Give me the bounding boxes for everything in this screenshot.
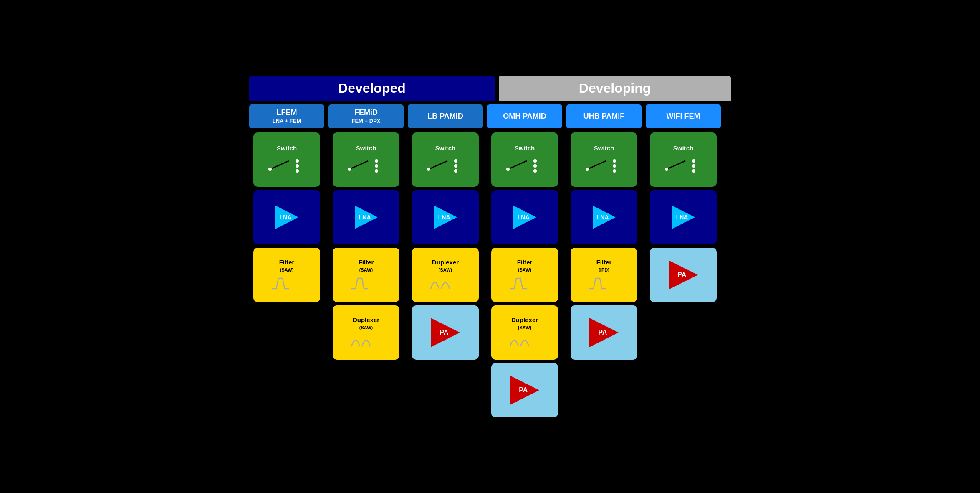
diagram: Developed Developing LFEM LNA + FEM FEMi…	[245, 71, 735, 421]
col-header-femid: FEMiD FEM + DPX	[328, 104, 404, 128]
femid-subtitle: FEM + DPX	[352, 118, 381, 125]
switch-label-wififem: Switch	[673, 145, 693, 152]
duplexer-block-lbpamid: Duplexer (SAW)	[412, 248, 479, 302]
wififem-title: WiFi FEM	[667, 112, 700, 121]
filter-sublabel-omhpamid: (SAW)	[518, 267, 531, 272]
lbpamid-title: LB PAMiD	[427, 112, 463, 121]
lna-label-lfem: LNA	[280, 214, 292, 221]
filter-block-uhbpamif: Filter (IPD)	[571, 248, 637, 302]
lna-label-uhbpamif: LNA	[597, 214, 609, 221]
duplexer-shape-femid	[349, 332, 383, 348]
svg-point-24	[613, 169, 616, 173]
lna-block-lfem: LNA	[253, 190, 320, 244]
lna-label-lbpamid: LNA	[438, 214, 450, 221]
switch-label-lbpamid: Switch	[435, 145, 455, 152]
duplexer-sublabel-lbpamid: (SAW)	[439, 267, 452, 272]
svg-point-11	[427, 168, 430, 171]
svg-line-20	[587, 161, 606, 169]
col-header-omhpamid: OMH PAMiD	[487, 104, 562, 128]
svg-point-21	[586, 168, 589, 171]
col-header-row: LFEM LNA + FEM FEMiD FEM + DPX LB PAMiD …	[249, 104, 731, 128]
duplexer-sublabel-omhpamid: (SAW)	[518, 325, 531, 330]
switch-label-femid: Switch	[356, 145, 376, 152]
switch-icon-uhbpamif	[583, 153, 625, 174]
svg-point-2	[296, 159, 299, 163]
duplexer-label-femid: Duplexer	[353, 316, 379, 323]
switch-block-lbpamid: Switch	[412, 132, 479, 187]
pa-label-omhpamid: PA	[519, 386, 528, 394]
svg-point-29	[692, 169, 695, 173]
filter-label-femid: Filter	[359, 259, 374, 266]
filter-sublabel-lfem: (SAW)	[280, 267, 293, 272]
duplexer-label-lbpamid: Duplexer	[432, 259, 459, 266]
lna-block-femid: LNA	[333, 190, 399, 244]
pa-block-lbpamid: PA	[412, 305, 479, 360]
svg-point-19	[533, 169, 537, 173]
lna-label-omhpamid: LNA	[518, 214, 530, 221]
svg-line-25	[667, 161, 685, 169]
pa-block-uhbpamif: PA	[571, 305, 637, 360]
svg-line-10	[429, 161, 447, 169]
filter-label-omhpamid: Filter	[517, 259, 533, 266]
developing-header: Developing	[499, 76, 731, 101]
svg-point-16	[506, 168, 510, 171]
pa-block-omhpamid: PA	[491, 363, 558, 417]
pa-block-wififem: PA	[650, 248, 717, 302]
lna-block-lbpamid: LNA	[412, 190, 479, 244]
filter-shape-lfem	[270, 274, 303, 291]
switch-icon-lbpamid	[424, 153, 466, 174]
developed-label: Developed	[338, 81, 406, 96]
svg-line-15	[508, 161, 527, 169]
filter-shape-omhpamid	[508, 274, 541, 291]
col-header-lfem: LFEM LNA + FEM	[249, 104, 324, 128]
duplexer-label-omhpamid: Duplexer	[511, 316, 538, 323]
svg-point-14	[454, 169, 457, 173]
filter-block-femid: Filter (SAW)	[333, 248, 399, 302]
switch-block-uhbpamif: Switch	[571, 132, 637, 187]
omhpamid-title: OMH PAMiD	[503, 112, 546, 121]
switch-block-wififem: Switch	[650, 132, 717, 187]
filter-shape-femid	[349, 274, 383, 291]
svg-line-5	[349, 161, 368, 169]
svg-point-3	[296, 164, 299, 168]
duplexer-shape-omhpamid	[508, 332, 541, 348]
lfem-subtitle: LNA + FEM	[273, 118, 301, 125]
filter-label-lfem: Filter	[279, 259, 295, 266]
switch-label-uhbpamif: Switch	[594, 145, 614, 152]
col-header-wififem: WiFi FEM	[646, 104, 721, 128]
duplexer-block-femid: Duplexer (SAW)	[333, 305, 399, 360]
switch-block-femid: Switch	[333, 132, 399, 187]
svg-point-22	[613, 159, 616, 163]
svg-line-0	[270, 161, 289, 169]
filter-sublabel-uhbpamif: (IPD)	[599, 267, 609, 272]
header-row: Developed Developing	[249, 76, 731, 101]
column-uhbpamif: Switch LNA Filter (IPD)	[566, 132, 642, 360]
lna-label-wififem: LNA	[676, 214, 688, 221]
svg-point-18	[533, 164, 537, 168]
column-lfem: Switch LNA Filter (SAW)	[249, 132, 324, 302]
content-area: Switch LNA Filter (SAW)	[249, 132, 731, 417]
switch-icon-omhpamid	[504, 153, 546, 174]
column-femid: Switch LNA Filter (SAW)	[328, 132, 404, 360]
switch-label-lfem: Switch	[277, 145, 297, 152]
lfem-title: LFEM	[277, 108, 297, 117]
pa-label-uhbpamif: PA	[598, 329, 607, 336]
switch-icon-lfem	[266, 153, 308, 174]
pa-label-lbpamid: PA	[439, 329, 448, 336]
pa-label-wififem: PA	[677, 271, 686, 279]
uhbpamif-title: UHB PAMiF	[583, 112, 625, 121]
filter-block-lfem: Filter (SAW)	[253, 248, 320, 302]
svg-point-23	[613, 164, 616, 168]
switch-label-omhpamid: Switch	[515, 145, 535, 152]
col-header-lbpamid: LB PAMiD	[408, 104, 483, 128]
switch-block-lfem: Switch	[253, 132, 320, 187]
switch-block-omhpamid: Switch	[491, 132, 558, 187]
svg-point-28	[692, 164, 695, 168]
femid-title: FEMiD	[354, 108, 378, 117]
lna-label-femid: LNA	[359, 214, 371, 221]
svg-point-8	[375, 164, 378, 168]
switch-icon-femid	[345, 153, 387, 174]
lna-block-uhbpamif: LNA	[571, 190, 637, 244]
svg-point-7	[375, 159, 378, 163]
svg-point-13	[454, 164, 457, 168]
